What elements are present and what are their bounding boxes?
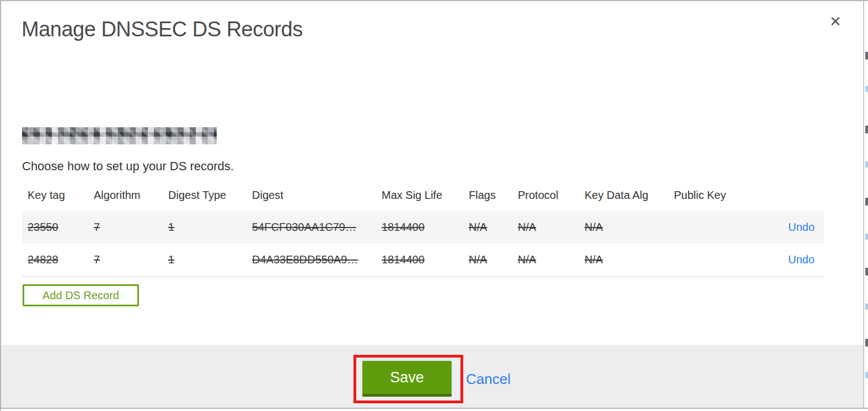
- add-ds-record-button[interactable]: Add DS Record: [23, 284, 139, 306]
- save-button-annotation-highlight: Save: [353, 355, 463, 403]
- occluded-page-fragment: [865, 234, 868, 240]
- col-header-digest-type: Digest Type: [168, 189, 252, 202]
- cell-digest: 54FCF030AA1C79…: [252, 221, 382, 234]
- col-header-protocol: Protocol: [518, 189, 585, 202]
- cell-flags: N/A: [469, 221, 518, 234]
- cell-algorithm: 7: [94, 221, 168, 234]
- occluded-page-fragment: [865, 268, 868, 275]
- occluded-page-fragment: [865, 161, 868, 167]
- occluded-page-fragment: [865, 52, 868, 60]
- occluded-page-fragment: [865, 198, 868, 206]
- occluded-page-fragment: [865, 86, 868, 92]
- save-button[interactable]: Save: [362, 361, 452, 397]
- col-header-key-tag: Key tag: [22, 189, 94, 202]
- table-header-row: Key tag Algorithm Digest Type Digest Max…: [22, 183, 824, 211]
- page-title: Manage DNSSEC DS Records: [22, 18, 303, 41]
- cell-key-tag: 23550: [22, 221, 94, 234]
- undo-link[interactable]: Undo: [788, 253, 815, 266]
- cell-digest: D4A33E8DD550A9…: [252, 253, 382, 266]
- undo-link[interactable]: Undo: [788, 221, 815, 233]
- close-icon[interactable]: ✕: [826, 12, 845, 31]
- modal-right-edge: [863, 1, 864, 409]
- cell-protocol: N/A: [518, 253, 585, 266]
- table-row: 23550 7 1 54FCF030AA1C79… 1814400 N/A N/…: [22, 211, 824, 244]
- dnssec-modal-screen: Manage DNSSEC DS Records ✕ Choose how to…: [0, 0, 868, 411]
- cell-max-sig-life: 1814400: [382, 253, 469, 266]
- col-header-digest: Digest: [252, 189, 382, 202]
- cell-protocol: N/A: [518, 221, 585, 234]
- window-bottom-border: [1, 408, 868, 409]
- occluded-page-fragment: [865, 304, 868, 310]
- col-header-public-key: Public Key: [674, 189, 757, 202]
- occluded-page-fragment: [865, 372, 868, 378]
- occluded-background-page: [864, 1, 868, 409]
- col-header-flags: Flags: [469, 189, 518, 202]
- modal-footer: Save Cancel: [1, 345, 864, 409]
- table-row: 24828 7 1 D4A33E8DD550A9… 1814400 N/A N/…: [22, 244, 824, 277]
- subtitle-text: Choose how to set up your DS records.: [22, 159, 234, 174]
- ds-records-table: Key tag Algorithm Digest Type Digest Max…: [22, 183, 824, 277]
- cell-key-data-alg: N/A: [585, 221, 674, 234]
- occluded-page-fragment: [865, 126, 868, 133]
- domain-name-redacted: [22, 127, 217, 144]
- cell-max-sig-life: 1814400: [382, 221, 469, 234]
- cell-algorithm: 7: [94, 253, 168, 266]
- col-header-algorithm: Algorithm: [94, 189, 168, 202]
- cell-key-tag: 24828: [22, 253, 94, 266]
- cell-key-data-alg: N/A: [585, 253, 674, 266]
- cell-digest-type: 1: [168, 253, 252, 266]
- col-header-max-sig-life: Max Sig Life: [382, 189, 469, 202]
- cancel-link[interactable]: Cancel: [466, 371, 511, 388]
- cell-digest-type: 1: [168, 221, 252, 234]
- cell-flags: N/A: [469, 253, 518, 266]
- col-header-key-data-alg: Key Data Alg: [585, 189, 674, 202]
- occluded-page-fragment: [865, 339, 868, 347]
